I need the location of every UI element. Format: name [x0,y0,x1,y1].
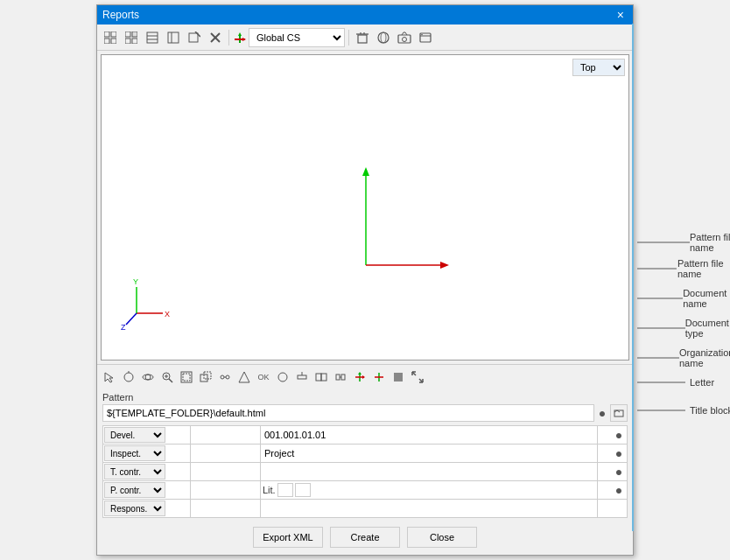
inspect-mid-input[interactable] [191,444,260,460]
respons-mid-input[interactable] [191,500,260,515]
svg-rect-61 [316,374,321,381]
svg-marker-68 [358,372,361,374]
tb-right-devel: ● [597,426,627,444]
toolbar-sep-1 [228,30,229,46]
inspect-dot[interactable]: ● [613,444,625,462]
toolbar-btn-1[interactable] [101,28,120,47]
tb-main-tcontr [261,463,597,480]
svg-point-26 [381,32,386,43]
create-button[interactable]: Create [330,527,400,548]
ann-title-block: Title block [637,405,730,416]
ann-line-4 [637,323,685,333]
tb-row-pcontr: P. contr. Lit. ● [103,481,627,500]
bt-square[interactable] [390,368,407,386]
bt-move[interactable] [216,368,234,386]
tb-right-inspect: ● [597,444,627,462]
view-select[interactable]: Top [572,59,625,76]
svg-rect-21 [358,35,367,43]
tb-right-pcontr: ● [597,481,627,499]
bt-select[interactable] [101,368,118,386]
devel-select[interactable]: Devel. [104,427,165,443]
svg-rect-51 [183,374,190,381]
tb-main-inspect [261,444,597,462]
toolbar-sphere-btn[interactable] [374,28,393,47]
close-button[interactable]: Close [407,527,477,548]
pcontr-dot[interactable]: ● [613,481,625,499]
tb-row-devel: Devel. ● [103,426,627,444]
pattern-input[interactable] [102,404,594,422]
ann-pattern-file-2: Pattern file name [637,258,730,279]
bt-tool3[interactable] [332,368,349,386]
ann-line-6 [637,377,690,388]
inspect-select[interactable]: Inspect. [104,445,165,461]
respons-main-input[interactable] [263,500,595,516]
bt-rotate[interactable] [120,368,137,386]
inspect-main-input[interactable] [263,445,595,461]
lit-box-1[interactable] [277,483,293,497]
toolbar-btn-6[interactable] [206,28,225,47]
bt-orbit[interactable] [139,368,157,386]
svg-rect-72 [394,373,403,382]
pattern-dot-btn[interactable]: ● [596,404,608,422]
lit-box-2[interactable] [295,483,311,497]
close-window-button[interactable]: × [614,9,628,21]
export-xml-button[interactable]: Export XML [253,527,323,548]
bt-tool1[interactable] [293,368,311,386]
pattern-browse-btn[interactable] [610,404,628,422]
bt-shape[interactable] [235,368,253,386]
bt-ok[interactable]: OK [255,368,272,386]
toolbar-trash-btn[interactable] [353,28,372,47]
tcontr-mid-input[interactable] [191,463,260,479]
svg-line-38 [126,313,137,325]
tcontr-main-input[interactable] [263,464,595,480]
svg-rect-3 [111,38,116,44]
pcontr-select[interactable]: P. contr. [104,482,165,498]
svg-point-31 [421,33,423,35]
bt-expand[interactable] [409,368,426,386]
ann-line-3 [637,293,683,304]
svg-rect-62 [321,374,326,381]
svg-rect-7 [132,38,137,44]
svg-point-58 [278,373,287,382]
viewport-area: Top X Y Z [97,51,633,388]
toolbar-btn-2[interactable] [122,28,141,47]
tcontr-select[interactable]: T. contr. [104,464,165,480]
bt-circle[interactable] [274,368,291,386]
bt-box[interactable] [178,368,195,386]
tcontr-dot[interactable]: ● [613,463,625,480]
respons-select[interactable]: Respons. [104,500,165,516]
toolbar-settings-btn[interactable] [416,28,435,47]
svg-point-55 [226,375,229,379]
toolbar-camera-btn[interactable] [395,28,414,47]
svg-rect-64 [341,374,345,380]
bt-axis[interactable] [351,368,369,386]
bt-tool2[interactable] [312,368,330,386]
cs-select[interactable]: Global CS [249,28,345,47]
reports-window: Reports × [96,4,634,556]
bt-axis2[interactable] [370,368,388,386]
ann-doc-name: Document name [637,288,730,309]
tb-main-respons [261,500,597,517]
tb-right-tcontr: ● [597,463,627,480]
ann-line-1 [637,237,690,248]
svg-marker-19 [238,32,242,36]
devel-mid-input[interactable] [191,426,260,442]
tb-mid-respons [191,500,261,517]
bt-zoom[interactable] [158,368,176,386]
svg-marker-69 [362,375,365,379]
devel-main-input[interactable] [263,427,595,443]
devel-dot[interactable]: ● [613,426,625,444]
pcontr-mid-input[interactable] [191,481,260,497]
ann-label-3: Document name [683,288,730,309]
bt-box2[interactable] [197,368,214,386]
toolbar-btn-5[interactable] [185,28,204,47]
tb-left-pcontr: P. contr. [103,481,191,499]
toolbar-btn-3[interactable] [143,28,162,47]
svg-rect-5 [132,32,137,37]
svg-rect-63 [336,374,340,380]
ann-label-5: Organization name [679,347,730,368]
toolbar-btn-4[interactable] [164,28,183,47]
svg-rect-8 [147,32,158,43]
tb-mid-inspect [191,444,261,462]
svg-point-54 [221,375,224,379]
